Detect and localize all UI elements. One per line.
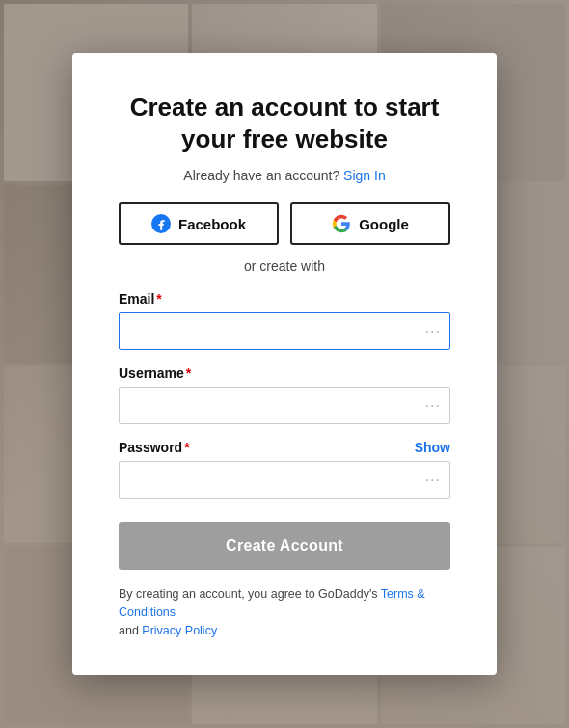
modal-dialog: Create an account to start your free web… xyxy=(72,53,497,674)
modal-title: Create an account to start your free web… xyxy=(119,92,450,154)
terms-mid: and xyxy=(119,624,139,637)
signin-line: Already have an account? Sign In xyxy=(119,168,450,183)
facebook-button[interactable]: Facebook xyxy=(119,202,279,245)
password-group: Password* Show ··· xyxy=(119,440,450,499)
modal-wrapper: Create an account to start your free web… xyxy=(0,0,569,728)
username-group: Username* ··· xyxy=(119,365,450,424)
terms-text: By creating an account, you agree to GoD… xyxy=(119,585,450,639)
show-password-button[interactable]: Show xyxy=(415,440,450,455)
username-input-wrapper: ··· xyxy=(119,387,450,424)
username-label: Username* xyxy=(119,365,450,381)
google-button[interactable]: Google xyxy=(290,202,450,245)
username-input[interactable] xyxy=(119,387,450,424)
privacy-link[interactable]: Privacy Policy xyxy=(142,624,217,637)
signin-link[interactable]: Sign In xyxy=(343,168,386,183)
password-input[interactable] xyxy=(119,461,450,499)
signin-prefix-text: Already have an account? xyxy=(183,168,339,183)
email-label: Email* xyxy=(119,291,450,307)
or-divider: or create with xyxy=(119,258,450,274)
terms-prefix: By creating an account, you agree to GoD… xyxy=(119,587,378,601)
facebook-icon xyxy=(151,214,171,233)
social-buttons: Facebook Google xyxy=(119,202,450,245)
email-input-wrapper: ··· xyxy=(119,312,450,350)
google-label: Google xyxy=(359,216,409,232)
google-icon xyxy=(332,214,351,233)
password-row: Password* Show xyxy=(119,440,450,455)
email-group: Email* ··· xyxy=(119,291,450,350)
email-input[interactable] xyxy=(119,312,450,350)
password-input-wrapper: ··· xyxy=(119,461,450,499)
facebook-label: Facebook xyxy=(178,216,246,232)
create-account-button[interactable]: Create Account xyxy=(119,522,450,570)
password-label: Password* xyxy=(119,440,190,455)
